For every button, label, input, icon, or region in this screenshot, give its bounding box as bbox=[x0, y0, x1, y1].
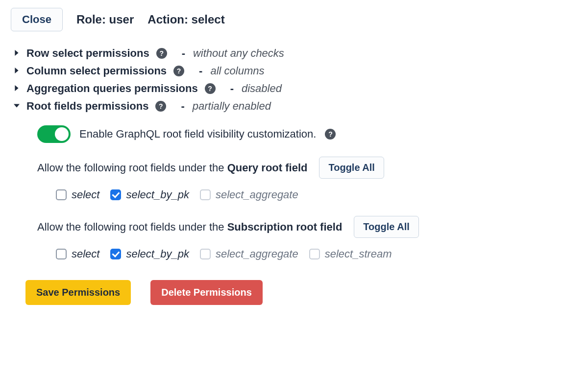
section-column-select[interactable]: Column select permissions ? - all column… bbox=[8, 63, 580, 79]
help-icon[interactable]: ? bbox=[173, 66, 184, 76]
help-icon[interactable]: ? bbox=[325, 129, 336, 140]
checkbox-label: select bbox=[72, 188, 99, 201]
query-root-group: Allow the following root fields under th… bbox=[37, 157, 580, 201]
section-aggregation[interactable]: Aggregation queries permissions ? - disa… bbox=[8, 80, 580, 97]
status-text: without any checks bbox=[193, 47, 284, 60]
subscription-root-group: Allow the following root fields under th… bbox=[37, 216, 580, 260]
action-label: Action: select bbox=[147, 13, 224, 26]
section-label: Row select permissions bbox=[26, 47, 149, 60]
checkbox-item-select: select bbox=[56, 248, 99, 260]
chevron-right-icon bbox=[12, 67, 22, 75]
enable-customization-toggle[interactable] bbox=[37, 125, 71, 143]
status-text: disabled bbox=[242, 82, 282, 95]
chevron-right-icon bbox=[12, 49, 22, 58]
subscription-select-aggregate-checkbox bbox=[200, 249, 211, 259]
status-dash: - bbox=[182, 47, 185, 60]
desc-bold: Query root field bbox=[227, 162, 308, 174]
actions-row: Save Permissions Delete Permissions bbox=[8, 280, 580, 305]
close-button[interactable]: Close bbox=[11, 8, 63, 31]
chevron-down-icon bbox=[12, 102, 22, 111]
checkbox-item-select-by-pk: select_by_pk bbox=[110, 248, 189, 260]
desc-prefix: Allow the following root fields under th… bbox=[37, 162, 227, 174]
checkbox-label: select_aggregate bbox=[216, 188, 298, 201]
checkbox-label: select_stream bbox=[325, 248, 392, 260]
status-text: partially enabled bbox=[193, 100, 271, 113]
subscription-select-stream-checkbox bbox=[309, 249, 320, 259]
desc-prefix: Allow the following root fields under th… bbox=[37, 221, 227, 233]
query-root-desc: Allow the following root fields under th… bbox=[37, 162, 307, 174]
subscription-select-checkbox[interactable] bbox=[56, 249, 67, 259]
checkbox-item-select-stream: select_stream bbox=[309, 248, 392, 260]
query-root-header: Allow the following root fields under th… bbox=[37, 157, 580, 179]
root-fields-body: Enable GraphQL root field visibility cus… bbox=[8, 116, 580, 260]
query-toggle-all-button[interactable]: Toggle All bbox=[319, 157, 384, 179]
chevron-right-icon bbox=[12, 84, 22, 93]
header: Close Role: user Action: select bbox=[8, 8, 580, 31]
subscription-select-by-pk-checkbox[interactable] bbox=[110, 249, 121, 259]
checkbox-item-select-aggregate: select_aggregate bbox=[200, 248, 298, 260]
save-permissions-button[interactable]: Save Permissions bbox=[25, 280, 131, 305]
checkbox-item-select-by-pk: select_by_pk bbox=[110, 188, 189, 201]
checkbox-label: select_by_pk bbox=[126, 248, 189, 260]
query-checkbox-row: select select_by_pk select_aggregate bbox=[37, 188, 580, 201]
checkbox-label: select_aggregate bbox=[216, 248, 298, 260]
section-label: Root fields permissions bbox=[26, 100, 148, 113]
desc-bold: Subscription root field bbox=[227, 221, 343, 233]
status-dash: - bbox=[181, 100, 184, 113]
subscription-root-header: Allow the following root fields under th… bbox=[37, 216, 580, 238]
checkbox-label: select bbox=[72, 248, 99, 260]
subscription-root-desc: Allow the following root fields under th… bbox=[37, 221, 342, 234]
delete-permissions-button[interactable]: Delete Permissions bbox=[150, 280, 263, 305]
status-dash: - bbox=[230, 82, 234, 95]
checkbox-item-select-aggregate: select_aggregate bbox=[200, 188, 298, 201]
help-icon[interactable]: ? bbox=[156, 48, 167, 59]
section-row-select[interactable]: Row select permissions ? - without any c… bbox=[8, 45, 580, 62]
query-select-checkbox[interactable] bbox=[56, 189, 67, 200]
subscription-checkbox-row: select select_by_pk select_aggregate sel… bbox=[37, 248, 580, 260]
enable-customization-row: Enable GraphQL root field visibility cus… bbox=[37, 125, 580, 143]
help-icon[interactable]: ? bbox=[155, 101, 166, 112]
role-label: Role: user bbox=[76, 13, 134, 26]
section-label: Column select permissions bbox=[26, 65, 167, 77]
query-select-aggregate-checkbox bbox=[200, 189, 211, 200]
checkbox-item-select: select bbox=[56, 188, 99, 201]
status-text: all columns bbox=[210, 65, 264, 77]
section-root-fields[interactable]: Root fields permissions ? - partially en… bbox=[8, 98, 580, 115]
subscription-toggle-all-button[interactable]: Toggle All bbox=[354, 216, 418, 238]
section-label: Aggregation queries permissions bbox=[26, 82, 198, 95]
checkbox-label: select_by_pk bbox=[126, 188, 189, 201]
query-select-by-pk-checkbox[interactable] bbox=[110, 189, 121, 200]
status-dash: - bbox=[199, 65, 202, 77]
help-icon[interactable]: ? bbox=[205, 83, 216, 94]
toggle-knob bbox=[55, 127, 69, 141]
enable-customization-label: Enable GraphQL root field visibility cus… bbox=[79, 128, 316, 140]
